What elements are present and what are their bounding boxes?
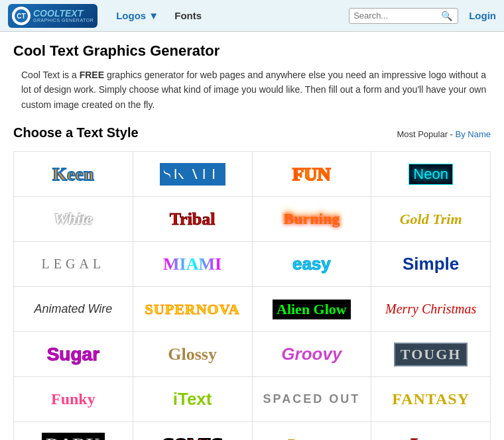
sort-by-name[interactable]: By Name [456,129,491,139]
nav-links: Logos ▼ Fonts [111,7,349,24]
style-cell-tough[interactable]: TOUGH [371,332,491,377]
section-header: Choose a Text Style Most Popular - By Na… [13,125,491,140]
style-cell-groovy[interactable]: Groovy [253,332,372,377]
style-cell-funky[interactable]: Funky [14,377,133,422]
style-label-glossy: Glossy [168,345,217,364]
style-label-goldtrim: Gold Trim [400,211,462,228]
style-label-legal: LEGAL [42,256,105,272]
style-cell-dragon[interactable]: Dragon [253,422,372,440]
style-label-skate: SKATE [160,163,225,186]
style-cell-keen[interactable]: Keen [14,152,133,197]
nav-logos[interactable]: Logos ▼ [111,7,164,24]
style-cell-itext[interactable]: iText [133,377,253,422]
style-label-dragon: Dragon [286,435,337,440]
search-area: 🔍 Login [349,8,496,24]
style-cell-goldtrim[interactable]: Gold Trim [371,197,491,242]
style-cell-fun[interactable]: FUN [253,152,372,197]
style-label-supernova: SUPERNOVA [145,301,240,318]
style-label-groovy: Groovy [281,344,342,364]
style-label-merry: Merry Christmas [385,302,476,317]
style-cell-miami[interactable]: MIAMI [133,242,253,287]
style-cell-legal[interactable]: LEGAL [14,242,133,287]
logo-box[interactable]: CT COOLTEXT GRAPHICS GENERATOR [8,4,97,28]
svg-text:CT: CT [17,13,25,20]
logo-sub-text: GRAPHICS GENERATOR [33,18,94,23]
style-label-animated: Animated Wire [34,302,112,316]
style-cell-neon[interactable]: Neon [371,152,491,197]
style-cell-fantasy[interactable]: FANTASY [371,377,491,422]
style-label-lava: Lava [410,434,451,440]
style-cell-white[interactable]: White [14,197,133,242]
section-title: Choose a Text Style [13,125,139,140]
style-cell-comic[interactable]: COMIC [133,422,253,440]
style-label-fun: FUN [292,164,331,185]
desc-free: FREE [80,70,104,80]
style-label-keen: Keen [52,164,94,185]
style-cell-lava[interactable]: Lava [371,422,491,440]
style-label-funky: Funky [51,390,95,408]
logo-area[interactable]: CT COOLTEXT GRAPHICS GENERATOR [8,4,97,28]
style-label-tribal: Tribal [170,209,216,229]
sort-options: Most Popular - By Name [397,129,491,139]
style-label-white: White [54,210,93,228]
style-cell-merry[interactable]: Merry Christmas [371,287,491,332]
sort-separator: - [448,129,456,139]
style-cell-skate[interactable]: SKATE [133,152,253,197]
style-label-sugar: Sugar [47,344,99,365]
search-button[interactable]: 🔍 [440,11,454,21]
style-label-comic: COMIC [162,435,223,440]
style-label-itext: iText [173,389,212,410]
style-label-simple: Simple [403,254,459,274]
styles-grid: KeenSKATEFUNNeonWhiteTribalBurningGold T… [13,151,491,440]
style-label-neon: Neon [409,164,453,185]
nav-fonts[interactable]: Fonts [169,7,207,24]
logo-icon: CT [12,7,31,25]
style-cell-easy[interactable]: easy [253,242,372,287]
style-cell-alien[interactable]: Alien Glow [253,287,372,332]
style-label-fantasy: FANTASY [392,390,470,408]
login-link[interactable]: Login [469,10,496,21]
style-cell-supernova[interactable]: SUPERNOVA [133,287,253,332]
style-label-easy: easy [292,254,331,274]
style-cell-tribal[interactable]: Tribal [133,197,253,242]
style-cell-spaced[interactable]: SPACED OUT [253,377,372,422]
search-box: 🔍 [349,8,458,24]
header: CT COOLTEXT GRAPHICS GENERATOR Logos ▼ F… [0,0,504,32]
style-label-burning: Burning [283,210,340,228]
logo-main-text: COOLTEXT [33,9,94,18]
style-cell-burning[interactable]: Burning [253,197,372,242]
desc-part1: Cool Text is a [21,70,80,80]
search-input[interactable] [353,11,440,21]
description: Cool Text is a FREE graphics generator f… [13,68,491,112]
page-title: Cool Text Graphics Generator [13,42,491,60]
style-label-dark: DARK [42,433,104,440]
style-cell-glossy[interactable]: Glossy [133,332,253,377]
sort-most-popular: Most Popular [397,129,448,139]
main-content: Cool Text Graphics Generator Cool Text i… [0,32,504,440]
logo-text: COOLTEXT GRAPHICS GENERATOR [33,9,94,23]
style-cell-sugar[interactable]: Sugar [14,332,133,377]
style-label-tough: TOUGH [394,343,468,366]
style-label-spaced: SPACED OUT [263,392,361,406]
style-label-miami: MIAMI [163,254,221,274]
style-label-alien: Alien Glow [273,300,351,319]
style-cell-simple[interactable]: Simple [371,242,491,287]
style-cell-dark[interactable]: DARK [14,422,133,440]
style-cell-animated[interactable]: Animated Wire [14,287,133,332]
